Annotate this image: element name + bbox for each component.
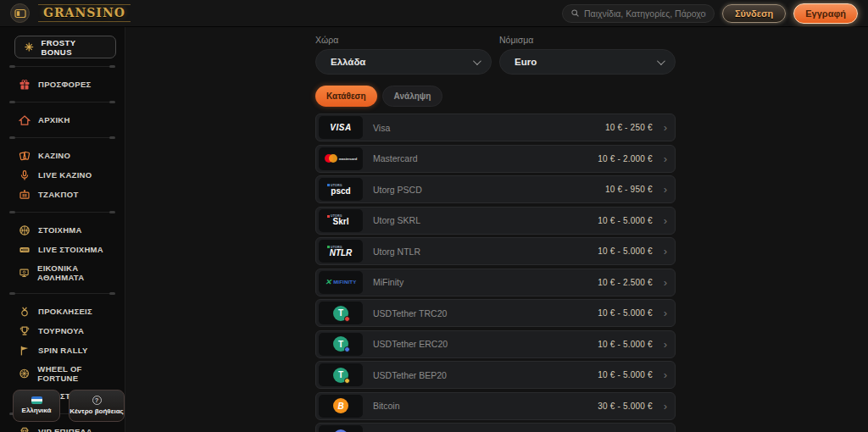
sidebar-toggle-button[interactable] xyxy=(10,3,30,23)
sidebar-item-label: ΕΙΚΟΝΙΚΑ ΑΘΛΗΜΑΤΑ xyxy=(37,263,121,282)
payment-row-ethereum[interactable]: Ethereum 10 € - 5.000 € › xyxy=(315,423,676,432)
top-bar: GRANSINO Σύνδεση Εγγραφή xyxy=(0,0,868,27)
visa-logo: VISA xyxy=(319,116,363,139)
divider xyxy=(12,137,113,138)
tab-withdraw[interactable]: Ανάληψη xyxy=(382,86,443,107)
tether-coin-icon: T xyxy=(333,368,348,383)
main-content: Χώρα Ελλάδα Νόμισμα Euro Κατάθεση Ανάλ xyxy=(125,27,868,432)
tether-coin-icon: T xyxy=(333,336,348,352)
basketball-icon xyxy=(19,224,31,236)
payment-row-mifinity[interactable]: ✕ MIFINITY MiFinity 10 € - 2.500 € › xyxy=(315,269,676,296)
payment-name: Visa xyxy=(373,123,605,133)
payment-range: 10 € - 5.000 € xyxy=(598,340,653,349)
payment-row-utorg-ntlr[interactable]: UTORG NTLR Utorg NTLR 10 € - 5.000 € › xyxy=(315,237,676,265)
payment-row-utorg-pscd[interactable]: UTORG pscd Utorg PSCD 10 € - 950 € › xyxy=(315,175,676,203)
ethereum-coin-icon xyxy=(333,429,348,432)
register-button[interactable]: Εγγραφή xyxy=(793,3,858,24)
payment-row-usdt-trc20[interactable]: T USDTether TRC20 10 € - 5.000 € › xyxy=(315,299,676,327)
usdt-bep20-logo: T xyxy=(319,363,363,386)
mastercard-logo-text: mastercard xyxy=(339,157,358,161)
payment-row-usdt-bep20[interactable]: T USDTether BEP20 10 € - 5.000 € › xyxy=(315,361,676,389)
sidebar-item-wheel-of-fortune[interactable]: WHEEL OF FORTUNE xyxy=(0,360,125,386)
sidebar-item-vip-levels[interactable]: VIP ΕΠΙΠΕΔΑ xyxy=(0,422,125,432)
payment-name: Mastercard xyxy=(373,153,598,163)
sidebar-item-jackpot[interactable]: ΤΖΑΚΠΟΤ xyxy=(0,185,125,204)
deposit-withdraw-tabs: Κατάθεση Ανάληψη xyxy=(315,86,868,107)
frosty-bonus-button[interactable]: FROSTY BONUS xyxy=(14,36,116,58)
language-button[interactable]: Ελληνικά xyxy=(13,390,60,422)
skrl-logo-text: Skrl xyxy=(333,218,349,226)
flag-icon xyxy=(19,345,31,357)
frosty-bonus-label: FROSTY BONUS xyxy=(42,38,107,57)
country-value: Ελλάδα xyxy=(331,57,473,67)
country-filter: Χώρα Ελλάδα xyxy=(315,35,492,75)
chevron-right-icon: › xyxy=(664,339,667,350)
trophy-icon xyxy=(19,325,31,337)
greek-flag-icon xyxy=(31,396,42,404)
currency-select[interactable]: Euro xyxy=(499,49,676,75)
payment-row-usdt-erc20[interactable]: T USDTether ERC20 10 € - 5.000 € › xyxy=(315,330,676,358)
live-badge-icon xyxy=(19,244,31,256)
filters-row: Χώρα Ελλάδα Νόμισμα Euro xyxy=(315,35,676,75)
visa-logo-text: VISA xyxy=(330,123,351,132)
sidebar-item-label: ΠΡΟΣΦΟΡΕΣ xyxy=(38,80,92,89)
sidebar-item-label: LIVE ΣΤΟΙΧΗΜΑ xyxy=(38,245,103,254)
divider xyxy=(12,293,113,294)
mastercard-logo: mastercard xyxy=(319,147,363,170)
microphone-icon xyxy=(19,169,31,181)
chevron-right-icon: › xyxy=(664,153,667,164)
sidebar: FROSTY BONUS ΠΡΟΣΦΟΡΕΣ ΑΡΧΙΚΗ xyxy=(0,27,125,432)
payment-row-mastercard[interactable]: mastercard Mastercard 10 € - 2.000 € › xyxy=(315,145,676,173)
country-select[interactable]: Ελλάδα xyxy=(315,49,492,75)
chevron-right-icon: › xyxy=(664,401,667,412)
payment-name: Bitcoin xyxy=(373,401,598,411)
payment-range: 10 € - 950 € xyxy=(605,185,653,194)
sidebar-item-label: LIVE ΚΑΖΙΝΟ xyxy=(38,170,92,180)
sidebar-item-label: ΠΡΟΚΛΗΣΕΙΣ xyxy=(38,307,92,316)
sidebar-item-sportsbook[interactable]: ΣΤΟΙΧΗΜΑ xyxy=(0,220,125,240)
chevron-right-icon: › xyxy=(664,307,667,318)
mifinity-logo: ✕ MIFINITY xyxy=(319,271,363,294)
sidebar-item-offers[interactable]: ΠΡΟΣΦΟΡΕΣ xyxy=(0,75,125,94)
mifinity-logo-art: ✕ MIFINITY xyxy=(326,278,357,286)
sidebar-item-label: ΣΤΟΙΧΗΜΑ xyxy=(38,225,82,235)
payment-name: MiFinity xyxy=(373,277,598,287)
sidebar-item-casino[interactable]: ΚΑΖΙΝΟ xyxy=(0,146,125,165)
mifinity-x-icon: ✕ xyxy=(326,278,332,286)
app-window: GRANSINO Σύνδεση Εγγραφή xyxy=(0,0,868,432)
chevron-down-icon xyxy=(657,57,665,65)
sidebar-item-challenges[interactable]: ΠΡΟΚΛΗΣΕΙΣ xyxy=(0,302,125,321)
monitor-icon xyxy=(19,267,30,279)
diamond-icon xyxy=(19,426,31,432)
sidebar-item-label: ΚΑΖΙΝΟ xyxy=(38,151,70,160)
sidebar-item-home[interactable]: ΑΡΧΙΚΗ xyxy=(0,110,125,130)
gransino-logo[interactable]: GRANSINO xyxy=(38,4,131,22)
sidebar-footer: Ελληνικά ? Κέντρο βοήθειας xyxy=(13,390,125,422)
tab-deposit[interactable]: Κατάθεση xyxy=(315,86,377,107)
sidebar-item-virtual-sports[interactable]: ΕΙΚΟΝΙΚΑ ΑΘΛΗΜΑΤΑ xyxy=(0,259,125,285)
help-center-button[interactable]: ? Κέντρο βοήθειας xyxy=(69,390,125,422)
sidebar-item-live-casino[interactable]: LIVE ΚΑΖΙΝΟ xyxy=(0,165,125,185)
payment-row-visa[interactable]: VISA Visa 10 € - 250 € › xyxy=(315,114,676,141)
login-button[interactable]: Σύνδεση xyxy=(722,4,786,23)
payment-row-utorg-skrl[interactable]: UTORG Skrl Utorg SKRL 10 € - 5.000 € › xyxy=(315,207,676,235)
sidebar-item-label: SPIN RALLY xyxy=(38,346,88,355)
utorg-dot-icon xyxy=(327,215,330,218)
chevron-down-icon xyxy=(473,57,481,65)
payment-range: 10 € - 5.000 € xyxy=(598,246,653,256)
search-input[interactable] xyxy=(584,8,706,19)
search-bar[interactable] xyxy=(562,4,715,23)
payment-range: 10 € - 250 € xyxy=(605,123,653,132)
tether-symbol: T xyxy=(338,308,343,318)
mastercard-logo-art: mastercard xyxy=(325,154,358,163)
sidebar-item-live-sportsbook[interactable]: LIVE ΣΤΟΙΧΗΜΑ xyxy=(0,240,125,259)
slot-machine-icon xyxy=(19,189,31,201)
bitcoin-symbol: B xyxy=(337,402,343,411)
sidebar-item-spin-rally[interactable]: SPIN RALLY xyxy=(0,341,125,360)
payment-row-bitcoin[interactable]: B Bitcoin 30 € - 5.000 € › xyxy=(315,392,676,420)
payment-methods-list: VISA Visa 10 € - 250 € › mastercard Mast… xyxy=(315,114,676,432)
sidebar-item-tournaments[interactable]: ΤΟΥΡΝΟΥΑ xyxy=(0,321,125,341)
header-actions: Σύνδεση Εγγραφή xyxy=(562,3,858,24)
bitcoin-coin-icon: B xyxy=(333,398,348,413)
ntlr-logo-text: NTLR xyxy=(330,249,353,258)
